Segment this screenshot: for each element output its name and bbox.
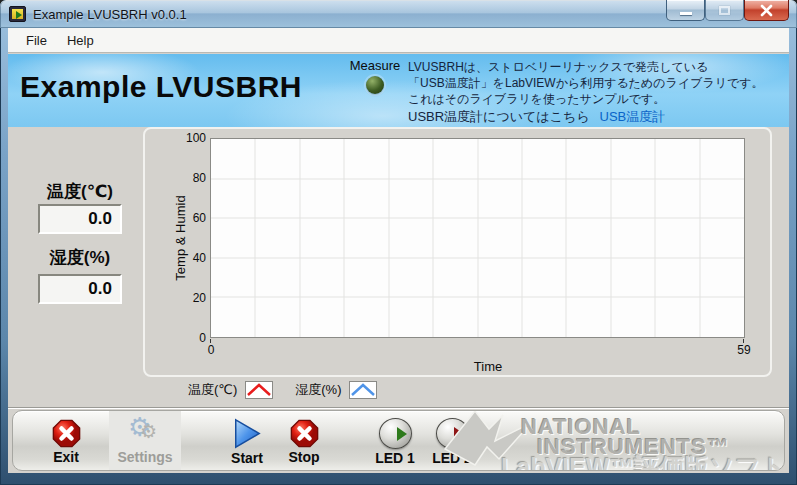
toolbar-divider [8, 407, 789, 409]
description-line: 「USB温度計」をLabVIEWから利用するためのライブラリです。 [408, 75, 783, 91]
temperature-label: 温度(℃) [30, 180, 130, 203]
measure-label: Measure [340, 58, 410, 73]
humidity-label: 湿度(%) [30, 246, 130, 269]
chart-legend: 温度(℃) 湿度(%) [188, 380, 391, 400]
window-title: Example LVUSBRH v0.0.1 [33, 7, 187, 22]
legend-label-humidity: 湿度(%) [295, 381, 341, 399]
y-tick: 60 [176, 211, 206, 225]
settings-label: Settings [117, 449, 172, 465]
gears-icon: ⚙ ⚙ [128, 418, 162, 448]
y-tick: 100 [176, 131, 206, 145]
link-intro-text: USBR温度計についてはこちら [408, 109, 590, 124]
measure-indicator: Measure [340, 58, 410, 94]
temperature-value: 0.0 [38, 204, 122, 234]
description-text: LVUSBRHは、ストロベリーリナックスで発売している 「USB温度計」をLab… [408, 59, 783, 107]
chart-gridlines [211, 139, 744, 337]
start-label: Start [231, 450, 263, 466]
app-title: Example LVUSBRH [20, 70, 302, 104]
measure-led-icon [366, 76, 384, 94]
settings-button[interactable]: ⚙ ⚙ Settings [109, 411, 181, 471]
header-banner: Example LVUSBRH Measure LVUSBRHは、ストロベリーリ… [8, 54, 789, 127]
watermark-labview-trial: LabVIEW™評価版ソフトウェア [501, 451, 785, 471]
x-axis-label: Time [448, 359, 528, 374]
menu-bar: File Help [8, 28, 789, 53]
description-line: これはそのライブラリを使ったサンプルです。 [408, 91, 783, 107]
legend-label-temperature: 温度(℃) [188, 381, 237, 399]
led1-button[interactable]: LED 1 [363, 411, 427, 471]
app-window: Example LVUSBRH v0.0.1 File Help Example… [0, 0, 797, 485]
start-play-icon [232, 418, 262, 449]
toolbar: Exit ⚙ ⚙ Settings Start [12, 410, 785, 471]
maximize-icon [719, 6, 730, 15]
y-tick: 40 [176, 251, 206, 265]
stop-button[interactable]: Stop [275, 411, 333, 471]
menu-help[interactable]: Help [57, 30, 104, 51]
link-line: USBR温度計についてはこちらUSB温度計 [408, 108, 665, 126]
led1-label: LED 1 [375, 450, 415, 466]
minimize-button[interactable] [666, 0, 705, 21]
y-tick: 80 [176, 171, 206, 185]
legend-sample-humidity[interactable] [349, 381, 377, 399]
minimize-icon [680, 12, 692, 15]
y-axis-label: Temp & Humid [173, 183, 187, 293]
exit-stop-sign-icon [52, 419, 81, 448]
red-line-icon [246, 382, 272, 398]
stop-sign-icon [290, 419, 319, 448]
stop-label: Stop [288, 449, 319, 465]
humidity-value: 0.0 [38, 274, 122, 304]
window-controls [666, 0, 789, 21]
start-button[interactable]: Start [216, 411, 278, 471]
led1-icon [379, 418, 412, 449]
maximize-button[interactable] [705, 0, 744, 21]
exit-button[interactable]: Exit [37, 411, 95, 471]
x-tick: 0 [196, 343, 226, 357]
usb-thermometer-link[interactable]: USB温度計 [600, 109, 666, 124]
description-line: LVUSBRHは、ストロベリーリナックスで発売している [408, 59, 783, 75]
close-icon [760, 4, 773, 17]
legend-sample-temperature[interactable] [245, 381, 273, 399]
title-bar: Example LVUSBRH v0.0.1 [0, 0, 797, 28]
close-button[interactable] [744, 0, 789, 21]
x-tick: 59 [729, 343, 759, 357]
labview-app-icon [9, 6, 26, 22]
blue-line-icon [350, 382, 376, 398]
menu-file[interactable]: File [16, 30, 57, 51]
exit-label: Exit [53, 449, 79, 465]
y-tick: 20 [176, 291, 206, 305]
chart-plot-area [210, 138, 745, 338]
client-area: File Help Example LVUSBRH Measure LVUSBR… [8, 28, 789, 473]
